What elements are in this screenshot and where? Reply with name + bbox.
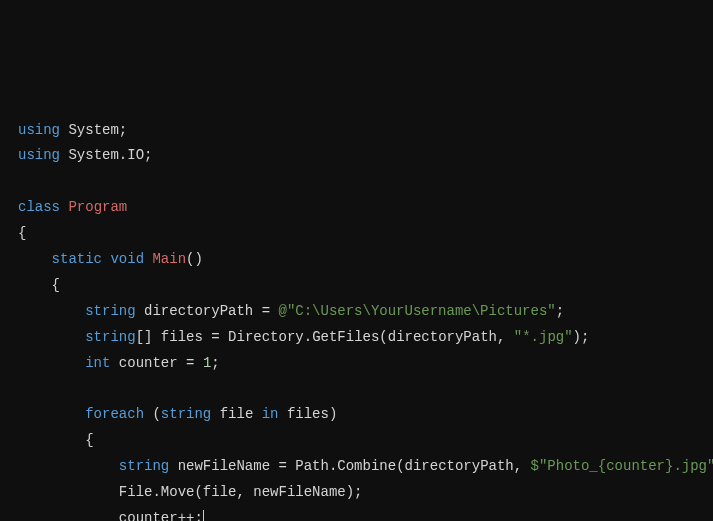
bracket-open: [ — [136, 329, 144, 345]
string-interpolated: $"Photo_{counter}.jpg" — [531, 458, 713, 474]
semicolon: ; — [119, 122, 127, 138]
paren-close: ) — [573, 329, 581, 345]
paren-open: ( — [194, 484, 202, 500]
keyword-void: void — [110, 251, 144, 267]
method-combine: Combine — [337, 458, 396, 474]
paren-close: ) — [329, 406, 337, 422]
keyword-static: static — [52, 251, 102, 267]
arg-dirpath: directoryPath — [405, 458, 514, 474]
semicolon: ; — [194, 510, 202, 521]
paren-open: ( — [379, 329, 387, 345]
class-file: File — [119, 484, 153, 500]
open-brace: { — [85, 432, 93, 448]
class-path: Path — [295, 458, 329, 474]
keyword-string: string — [161, 406, 211, 422]
arg-newfilename: newFileName — [253, 484, 345, 500]
keyword-class: class — [18, 199, 60, 215]
semicolon: ; — [354, 484, 362, 500]
comma: , — [497, 329, 514, 345]
equals: = — [178, 355, 203, 371]
keyword-foreach: foreach — [85, 406, 144, 422]
paren-open: ( — [152, 406, 160, 422]
namespace-system-io: System.IO — [68, 147, 144, 163]
semicolon: ; — [556, 303, 564, 319]
semicolon: ; — [581, 329, 589, 345]
var-files: files — [161, 329, 203, 345]
equals: = — [253, 303, 278, 319]
method-move: Move — [161, 484, 195, 500]
paren-close: ) — [346, 484, 354, 500]
class-name-program: Program — [68, 199, 127, 215]
keyword-string: string — [85, 303, 135, 319]
method-main: Main — [152, 251, 186, 267]
counter-increment: counter++ — [119, 510, 195, 521]
keyword-string: string — [119, 458, 169, 474]
equals: = — [270, 458, 295, 474]
string-literal-path: @"C:\Users\YourUsername\Pictures" — [278, 303, 555, 319]
arg-dirpath: directoryPath — [388, 329, 497, 345]
arg-file: file — [203, 484, 237, 500]
keyword-string: string — [85, 329, 135, 345]
paren-open: ( — [396, 458, 404, 474]
var-newfilename: newFileName — [178, 458, 270, 474]
bracket-close: ] — [144, 329, 152, 345]
equals: = — [203, 329, 228, 345]
open-brace: { — [18, 225, 26, 241]
semicolon: ; — [144, 147, 152, 163]
string-pattern: "*.jpg" — [514, 329, 573, 345]
semicolon: ; — [211, 355, 219, 371]
var-file: file — [220, 406, 254, 422]
keyword-using: using — [18, 147, 60, 163]
keyword-int: int — [85, 355, 110, 371]
comma: , — [236, 484, 253, 500]
class-directory: Directory — [228, 329, 304, 345]
keyword-using: using — [18, 122, 60, 138]
text-cursor — [203, 510, 204, 521]
comma: , — [514, 458, 531, 474]
dot: . — [304, 329, 312, 345]
var-counter: counter — [119, 355, 178, 371]
open-brace: { — [52, 277, 60, 293]
keyword-in: in — [262, 406, 279, 422]
code-editor[interactable]: using System; using System.IO; class Pro… — [18, 118, 695, 521]
namespace-system: System — [68, 122, 118, 138]
var-files: files — [287, 406, 329, 422]
paren-close: ) — [194, 251, 202, 267]
method-getfiles: GetFiles — [312, 329, 379, 345]
var-directorypath: directoryPath — [144, 303, 253, 319]
dot: . — [152, 484, 160, 500]
